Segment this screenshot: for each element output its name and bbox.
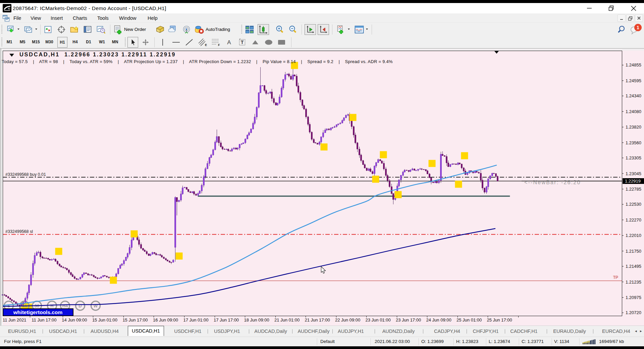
chart-tab-audnzddaily[interactable]: AUDNZD,Daily — [376, 327, 421, 336]
tab-separator — [208, 329, 208, 334]
current-price-tag: 1.22919 — [625, 179, 641, 184]
tp-label: TP — [613, 275, 618, 280]
signal-square — [176, 252, 183, 259]
signal-square — [55, 248, 62, 255]
time-axis-label: 17 Jun 17:00 — [214, 317, 239, 322]
time-axis-label: 18 Jun 09:00 — [244, 317, 269, 322]
tab-separator — [375, 329, 375, 334]
time-axis-label: 11 Jun 17:00 — [32, 317, 56, 322]
signal-square — [394, 191, 401, 198]
time-axis-label: 21 Jun 17:00 — [305, 317, 330, 322]
chart-tab-cadchfh1[interactable]: CADCHF,H1 — [506, 327, 542, 336]
time-axis-label: 16 Jun 09:00 — [153, 317, 178, 322]
chart-info-symbol: USDCAD,H1 1.22966 1.23023 1.22911 1.2291… — [19, 51, 176, 57]
tab-separator — [593, 329, 593, 334]
time-axis-label: 21 Jun 01:00 — [274, 317, 300, 322]
chart-tab-bar: EURUSD,H1USDCAD,H1AUDUSD,H4USDCAD,H1USDC… — [0, 326, 644, 337]
time-axis-label: 25 Jun 17:00 — [487, 317, 512, 322]
signal-square — [455, 181, 462, 188]
tab-separator — [84, 329, 84, 334]
price-axis-label: 1.20975 — [626, 295, 641, 300]
signal-square — [350, 114, 357, 121]
price-axis-label: 1.22010 — [626, 233, 641, 238]
time-axis-label: 15 Jun 17:00 — [122, 317, 148, 322]
chart-tab-usdcadh1[interactable]: USDCAD,H1 — [45, 327, 82, 336]
tab-scroll-right[interactable]: ▸ — [640, 329, 642, 333]
chart-tab-eurauddaily[interactable]: EURAUD,Daily — [547, 327, 592, 336]
tf-bubble-H4[interactable]: H4 — [62, 303, 68, 308]
price-axis-label: 1.24595 — [626, 78, 641, 83]
time-axis-label: 11 Jun 2021 — [3, 317, 26, 322]
price-axis-label: 1.24855 — [626, 62, 641, 67]
newbar-countdown: <--NewBar: -26:20 — [524, 180, 581, 185]
bottom-black-strip — [0, 346, 644, 349]
price-axis-label: 1.22530 — [626, 202, 641, 207]
status-cell-1: 2021.06.22 03:00 — [375, 337, 422, 347]
chart-tab-usdcadh1-active[interactable]: USDCAD,H1 — [128, 326, 164, 336]
time-axis-label: 24 Jun 09:00 — [426, 317, 451, 322]
price-axis-label: 1.23045 — [626, 171, 641, 176]
tf-bubble-H[interactable]: H — [50, 303, 53, 308]
price-axis-label: 1.24080 — [626, 109, 641, 114]
price-axis-label: 1.21235 — [626, 280, 641, 285]
chart-tab-audusdh4[interactable]: AUDUSD,H4 — [87, 327, 123, 336]
status-bar: For Help, press F1Default2021.06.22 03:0… — [0, 337, 644, 346]
tab-separator — [505, 329, 505, 334]
price-axis-label: 1.22785 — [626, 187, 641, 192]
mt4-window: IC 20875647: ICMarkets-Demo02 - Demo Acc… — [0, 0, 644, 349]
status-help-text: For Help, press F1 — [4, 337, 306, 347]
signal-square — [320, 143, 327, 150]
chart-tab-eurcadh4[interactable]: EURCAD,H4 — [598, 327, 635, 336]
status-kb-text: 16949/67 kb — [599, 337, 643, 347]
time-axis-label: 14 Jun 09:00 — [62, 317, 87, 322]
signal-square — [372, 176, 379, 183]
tab-separator — [43, 329, 43, 334]
chart-tab-audchfdaily[interactable]: AUDCHF,Daily — [291, 327, 336, 336]
time-axis-label: 23 Jun 01:00 — [365, 317, 390, 322]
chart-tab-audjpyh1[interactable]: AUDJPY,H1 — [333, 327, 369, 336]
signal-square — [429, 160, 436, 167]
time-axis-label: 15 Jun 01:00 — [92, 317, 117, 322]
time-axis-label: 25 Jun 01:00 — [457, 317, 482, 322]
price-axis-label: 1.24340 — [626, 93, 641, 98]
price-axis-label: 1.23820 — [626, 124, 641, 130]
chart-area[interactable]: 51530HH4DWUSDCAD,H1 1.22966 1.23023 1.22… — [0, 0, 644, 349]
tf-bubble-D[interactable]: D — [78, 303, 82, 308]
tab-separator — [423, 329, 423, 334]
signal-square — [110, 277, 117, 284]
tab-separator — [467, 329, 467, 334]
time-axis-label: 17 Jun 01:00 — [183, 317, 208, 322]
chart-tab-eurusdh1[interactable]: EURUSD,H1 — [4, 327, 41, 336]
chart-tab-chfjpyh1[interactable]: CHFJPY,H1 — [468, 327, 504, 336]
signal-square — [130, 230, 138, 237]
sl-order-label: #332499568 sl — [5, 229, 33, 234]
chart-info-stats: Today = 57.5 | ATR = 98 | Today vs. ATR … — [2, 59, 393, 64]
signal-square — [380, 151, 387, 158]
time-axis-label: 23 Jun 17:00 — [396, 317, 421, 322]
price-axis-label: 1.21750 — [626, 249, 641, 254]
status-cell-0: Default — [320, 337, 367, 347]
status-separator — [371, 338, 371, 345]
tab-scroll-left[interactable]: ◂ — [635, 329, 637, 333]
price-axis-label: 1.23560 — [626, 140, 641, 145]
chart-tab-usdjpyh1[interactable]: USDJPY,H1 — [209, 327, 246, 336]
watermark-text: whitetigertools.com — [13, 309, 62, 315]
chart-tab-usdchfh1[interactable]: USDCHF,H1 — [170, 327, 206, 336]
price-axis-label: 1.23305 — [626, 155, 641, 160]
buy-order-label: #332499568 buy 0.01 — [5, 172, 46, 177]
status-separator — [317, 338, 318, 345]
price-axis-label: 1.21495 — [626, 264, 641, 269]
time-axis-label: 22 Jun 09:00 — [335, 317, 360, 322]
signal-square — [461, 152, 468, 159]
price-axis-label: 1.20720 — [626, 310, 641, 315]
chart-tab-cadjpyh4[interactable]: CADJPY,H4 — [429, 327, 466, 336]
price-axis-label: 1.22270 — [626, 217, 641, 222]
chart-tab-audcaddaily[interactable]: AUDCAD,Daily — [248, 327, 293, 336]
